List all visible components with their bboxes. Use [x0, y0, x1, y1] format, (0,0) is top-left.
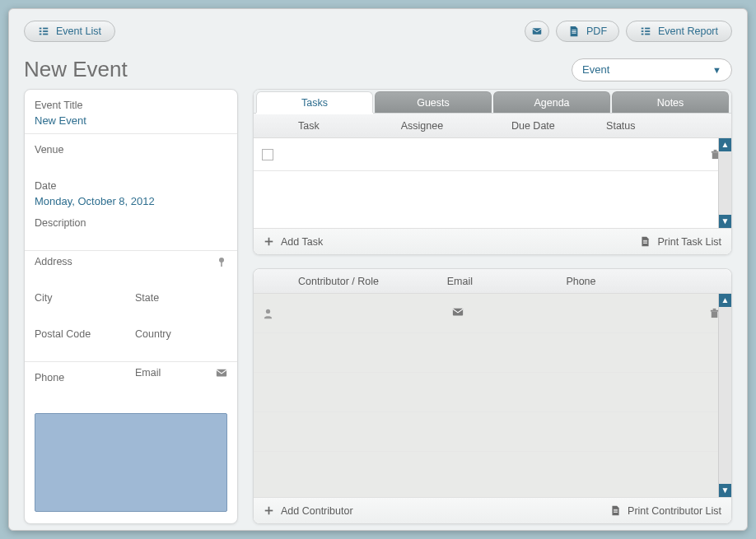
contributor-row[interactable] [254, 294, 731, 333]
page-title: New Event [24, 57, 128, 82]
contributors-panel: Contributor / Role Email Phone [253, 268, 732, 524]
contributor-row[interactable] [254, 333, 731, 373]
value-state[interactable] [135, 307, 227, 318]
scroll-up-icon[interactable]: ▲ [719, 294, 732, 307]
add-task-label: Add Task [281, 236, 323, 248]
tab-notes[interactable]: Notes [612, 91, 729, 113]
right-column: Tasks Guests Agenda Notes Task Assignee … [253, 89, 732, 524]
label-venue: Venue [35, 144, 227, 156]
label-state: State [135, 292, 227, 304]
col-due: Due Date [511, 120, 606, 132]
label-city: City [35, 292, 127, 304]
app-frame: Event List PDF Event Report New Event Ev… [8, 8, 748, 531]
main-columns: Event Title New Event Venue Date Monday,… [24, 89, 732, 524]
pdf-button[interactable]: PDF [556, 21, 619, 42]
label-postal: Postal Code [35, 328, 127, 340]
event-type-value: Event [582, 63, 609, 76]
task-scrollbar[interactable]: ▲ ▼ [718, 138, 731, 228]
value-description[interactable] [35, 232, 227, 244]
task-footer: Add Task Print Task List [254, 228, 731, 254]
envelope-icon[interactable] [216, 367, 227, 379]
print-task-label: Print Task List [657, 236, 721, 248]
print-task-button[interactable]: Print Task List [640, 236, 721, 248]
map-pin-icon[interactable] [216, 256, 227, 267]
add-contributor-label: Add Contributor [281, 505, 353, 517]
task-checkbox[interactable] [262, 149, 273, 160]
document-icon [640, 236, 651, 247]
col-assignee: Assignee [401, 120, 511, 132]
event-report-button[interactable]: Event Report [626, 21, 732, 42]
document-icon [610, 505, 621, 516]
value-date[interactable]: Monday, October 8, 2012 [35, 195, 227, 207]
value-email[interactable] [135, 382, 227, 393]
mail-button[interactable] [525, 21, 549, 42]
label-phone: Phone [35, 372, 127, 383]
contributor-row[interactable] [254, 412, 731, 452]
col-contributor-role: Contributor / Role [282, 276, 447, 287]
heading-row: New Event Event ▼ [24, 57, 732, 82]
pdf-label: PDF [586, 26, 607, 37]
scroll-down-icon[interactable]: ▼ [719, 215, 732, 228]
task-grid-header: Task Assignee Due Date Status [254, 114, 731, 138]
add-contributor-button[interactable]: Add Contributor [264, 505, 353, 517]
list-icon [640, 26, 651, 37]
label-description: Description [35, 217, 227, 229]
label-date: Date [35, 180, 227, 192]
value-event-title[interactable]: New Event [35, 114, 227, 127]
tab-guests[interactable]: Guests [375, 91, 492, 113]
envelope-icon[interactable] [452, 306, 464, 318]
label-event-title: Event Title [35, 100, 227, 111]
print-contributor-button[interactable]: Print Contributor List [610, 505, 721, 517]
contrib-grid-body: ▲ ▼ [254, 294, 731, 497]
plus-icon [264, 236, 274, 247]
tab-agenda[interactable]: Agenda [493, 91, 610, 113]
tab-tasks[interactable]: Tasks [256, 91, 373, 113]
tasks-panel: Tasks Guests Agenda Notes Task Assignee … [253, 89, 732, 255]
event-list-button[interactable]: Event List [24, 21, 115, 42]
event-list-label: Event List [56, 26, 101, 37]
contributor-row[interactable] [254, 373, 731, 412]
col-status: Status [606, 120, 685, 132]
value-postal[interactable] [35, 343, 127, 355]
event-image-placeholder[interactable] [35, 413, 227, 512]
label-address: Address [35, 256, 72, 267]
chevron-down-icon: ▼ [712, 65, 721, 75]
add-task-button[interactable]: Add Task [264, 236, 323, 248]
document-icon [568, 26, 580, 37]
print-contributor-label: Print Contributor List [628, 505, 721, 517]
tabs-row: Tasks Guests Agenda Notes [254, 90, 731, 114]
person-icon [263, 308, 273, 319]
label-email: Email [135, 367, 161, 379]
list-icon [38, 26, 49, 37]
col-task: Task [282, 120, 401, 132]
event-report-label: Event Report [658, 26, 718, 37]
label-country: Country [135, 328, 227, 340]
event-details-panel: Event Title New Event Venue Date Monday,… [24, 89, 238, 524]
value-city[interactable] [35, 307, 127, 318]
value-venue[interactable] [35, 159, 227, 170]
top-toolbar: Event List PDF Event Report [24, 21, 732, 42]
plus-icon [264, 505, 274, 516]
contrib-scrollbar[interactable]: ▲ ▼ [718, 294, 731, 497]
scroll-down-icon[interactable]: ▼ [719, 484, 732, 497]
task-grid-body: ▲ ▼ [254, 138, 731, 228]
envelope-icon [532, 26, 542, 37]
contrib-footer: Add Contributor Print Contributor List [254, 497, 731, 523]
value-country[interactable] [135, 343, 227, 355]
value-address[interactable] [35, 271, 227, 282]
scroll-up-icon[interactable]: ▲ [719, 138, 732, 151]
value-phone[interactable] [35, 387, 127, 398]
col-contributor-phone: Phone [566, 276, 685, 287]
contrib-grid-header: Contributor / Role Email Phone [254, 269, 731, 294]
event-type-select[interactable]: Event ▼ [572, 58, 732, 81]
col-contributor-email: Email [447, 276, 567, 287]
task-row[interactable] [254, 138, 731, 171]
